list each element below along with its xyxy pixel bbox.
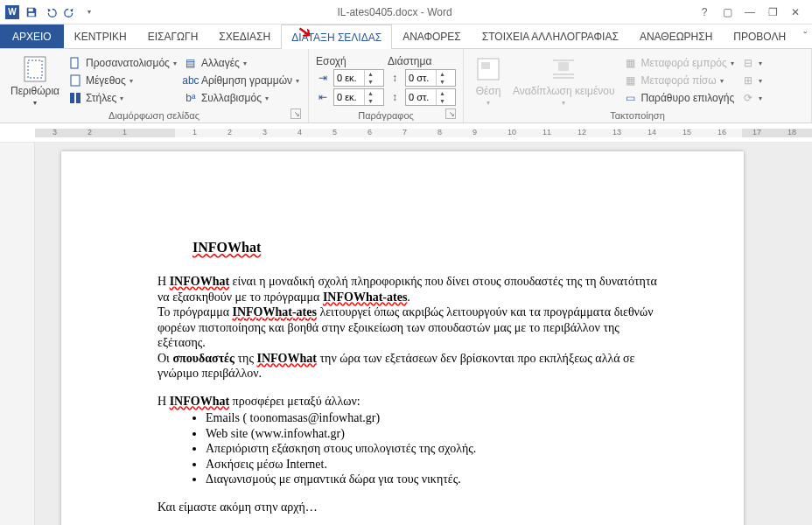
bring-forward-button: ▦Μεταφορά εμπρός▾ [622,55,737,71]
page-viewport[interactable]: INFOWhat Η INFOWhat είναι η μοναδική σχο… [35,143,812,525]
group-paragraph: Εσοχή ⇥▲▼ ⇤▲▼ Διάστημα ↕▲▼ ↕▲▼ Παράγραφο… [309,49,464,122]
svg-rect-7 [76,93,80,103]
ruler-mark: 1 [192,128,197,136]
tab-6[interactable]: ΑΝΑΘΕΩΡΗΣΗ [629,24,723,48]
svg-rect-10 [558,62,569,71]
ruler-mark: 10 [508,128,516,136]
collapse-ribbon-icon[interactable]: ˇ [796,24,812,48]
spacing-heading: Διάστημα [388,55,456,67]
ruler-mark: 2 [88,128,92,136]
ruler-mark: 3 [262,128,267,136]
tab-file[interactable]: ΑΡΧΕΙΟ [0,24,64,48]
ruler-mark: 14 [648,128,656,136]
wrap-text-button: Αναδίπλωση κειμένου▾ [509,53,618,108]
ruler-mark: 5 [332,128,337,136]
group-arrange: Θέση▾ Αναδίπλωση κειμένου▾ ▦Μεταφορά εμπ… [464,49,812,122]
group-arrange-label: Τακτοποίηση [471,108,804,121]
vertical-ruler[interactable] [0,143,35,525]
document-page[interactable]: INFOWhat Η INFOWhat είναι η μοναδική σχο… [61,151,744,525]
spacing-before-input[interactable]: ▲▼ [405,69,456,87]
minimize-icon[interactable]: — [742,4,758,20]
doc-heading: INFOWhat [192,239,665,256]
group-page-setup-label: Διαμόρφωση σελίδας↘ [7,108,301,121]
doc-p4: Η INFOWhat προσφέρει μεταξύ άλλων: [158,394,665,410]
title-bar: W ▾ IL-ates0405.docx - Word ? ▢ — ❐ ✕ [0,0,812,24]
spacing-after-icon: ↕ [388,90,402,104]
indent-left-input[interactable]: ▲▼ [333,69,384,87]
tab-2[interactable]: ΣΧΕΔΙΑΣΗ [208,24,281,48]
tab-7[interactable]: ΠΡΟΒΟΛΗ [723,24,796,48]
doc-p3: Οι σπουδαστές της INFOWhat την ώρα των ε… [158,351,665,382]
horizontal-ruler[interactable]: 321123456789101112131415161718 [35,125,812,141]
horizontal-ruler-row: 321123456789101112131415161718 [0,123,812,143]
doc-bullet-list: Emails ( toonomasas@infowhat.gr)Web site… [206,410,665,487]
margins-button[interactable]: Περιθώρια▾ [7,53,63,108]
breaks-button[interactable]: ▤Αλλαγές▾ [182,55,301,71]
tab-0[interactable]: ΚΕΝΤΡΙΚΗ [64,24,137,48]
list-item: Ασκήσεις μέσω Internet. [206,457,665,472]
line-numbers-button[interactable]: abcΑρίθμηση γραμμών▾ [182,73,301,88]
indent-right-icon: ⇤ [316,90,330,104]
ruler-mark: 12 [578,128,586,136]
list-item: Emails ( toonomasas@infowhat.gr) [206,410,665,426]
list-item: Web site (www.infowhat.gr) [206,426,665,442]
paragraph-dialog-launcher[interactable]: ↘ [445,108,456,119]
ribbon: Περιθώρια▾ Προσανατολισμός▾ Μέγεθος▾ Στή… [0,49,812,123]
restore-icon[interactable]: ❐ [765,4,780,20]
tab-5[interactable]: ΣΤΟΙΧΕΙΑ ΑΛΛΗΛΟΓΡΑΦΙΑΣ [472,24,629,48]
ribbon-options-icon[interactable]: ▢ [719,4,735,20]
doc-p1: Η INFOWhat είναι η μοναδική σχολή πληροφ… [158,274,665,304]
svg-rect-6 [70,93,74,103]
send-backward-button: ▦Μεταφορά πίσω▾ [622,73,737,88]
group-objects-button: ⊞▾ [739,73,764,88]
save-icon[interactable] [24,5,38,19]
group-paragraph-label: Παράγραφος↘ [316,108,456,121]
size-button[interactable]: Μέγεθος▾ [66,73,178,88]
ruler-mark: 16 [718,128,726,136]
ruler-mark: 7 [402,128,407,136]
undo-icon[interactable] [44,5,58,19]
word-app-icon: W [5,5,19,19]
svg-rect-0 [29,8,33,11]
ribbon-tabs: ΑΡΧΕΙΟ ΚΕΝΤΡΙΚΗΕΙΣΑΓΩΓΗΣΧΕΔΙΑΣΗΔΙΑΤΑΞΗ Σ… [0,24,812,49]
svg-rect-9 [481,62,490,69]
doc-p2: Το πρόγραμμα INFOWhat-ates λειτουργεί όπ… [158,304,665,351]
svg-rect-1 [29,12,35,16]
selection-pane-button[interactable]: ▭Παράθυρο επιλογής [622,90,737,106]
help-icon[interactable]: ? [696,4,712,20]
rotate-button: ⟳▾ [739,90,764,106]
orientation-button[interactable]: Προσανατολισμός▾ [66,55,178,71]
indent-right-input[interactable]: ▲▼ [333,88,384,106]
doc-p5: Και είμαστε ακόμη στην αρχή… [158,500,665,515]
columns-button[interactable]: Στήλες▾ [66,90,178,106]
position-button: Θέση▾ [471,53,506,108]
qat-customize-icon[interactable]: ▾ [82,5,96,19]
ruler-mark: 4 [298,128,302,136]
group-page-setup: Περιθώρια▾ Προσανατολισμός▾ Μέγεθος▾ Στή… [0,49,309,122]
svg-rect-4 [71,58,78,68]
svg-rect-5 [71,75,80,86]
margins-label: Περιθώρια [10,85,60,97]
spacing-after-input[interactable]: ▲▼ [405,88,456,106]
page-setup-dialog-launcher[interactable]: ↘ [290,108,301,119]
ruler-mark: 9 [472,128,477,136]
ruler-mark: 11 [542,128,551,136]
quick-access-toolbar: W ▾ [0,5,102,19]
ruler-mark: 8 [438,128,442,136]
list-item: Διαγωνισμούς με σημαντικά δώρα για τους … [206,472,665,487]
indent-heading: Εσοχή [316,55,384,67]
ruler-mark: 13 [612,128,621,136]
ruler-mark: 3 [52,128,57,136]
hyphenation-button[interactable]: bªΣυλλαβισμός▾ [182,90,301,106]
tab-1[interactable]: ΕΙΣΑΓΩΓΗ [137,24,209,48]
indent-left-icon: ⇥ [316,71,330,85]
close-icon[interactable]: ✕ [788,4,803,20]
ruler-mark: 17 [752,128,761,136]
document-area: INFOWhat Η INFOWhat είναι η μοναδική σχο… [0,143,812,525]
ruler-mark: 2 [228,128,232,136]
window-title: IL-ates0405.docx - Word [102,6,688,18]
ruler-mark: 1 [122,128,127,136]
tab-4[interactable]: ΑΝΑΦΟΡΕΣ [392,24,472,48]
redo-icon[interactable] [63,5,77,19]
ruler-mark: 15 [682,128,691,136]
